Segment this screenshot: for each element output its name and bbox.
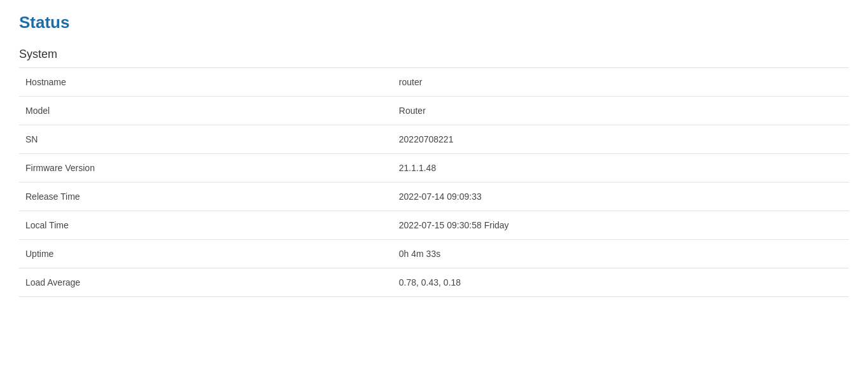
table-row: SN20220708221 (19, 125, 849, 154)
table-row: Load Average0.78, 0.43, 0.18 (19, 268, 849, 297)
table-row: Local Time2022-07-15 09:30:58 Friday (19, 211, 849, 240)
row-value: 0h 4m 33s (393, 240, 849, 268)
row-label: Load Average (19, 268, 393, 297)
row-label: Hostname (19, 68, 393, 97)
table-row: Hostnamerouter (19, 68, 849, 97)
system-section-title: System (19, 48, 849, 61)
row-value: router (393, 68, 849, 97)
row-value: 20220708221 (393, 125, 849, 154)
row-value: 0.78, 0.43, 0.18 (393, 268, 849, 297)
row-label: Firmware Version (19, 154, 393, 183)
table-row: Uptime0h 4m 33s (19, 240, 849, 268)
row-label: SN (19, 125, 393, 154)
row-value: 21.1.1.48 (393, 154, 849, 183)
page-title: Status (19, 13, 849, 32)
row-label: Model (19, 97, 393, 125)
table-row: ModelRouter (19, 97, 849, 125)
table-row: Firmware Version21.1.1.48 (19, 154, 849, 183)
row-label: Uptime (19, 240, 393, 268)
row-value: 2022-07-15 09:30:58 Friday (393, 211, 849, 240)
system-info-table: HostnamerouterModelRouterSN20220708221Fi… (19, 67, 849, 297)
row-value: Router (393, 97, 849, 125)
table-row: Release Time2022-07-14 09:09:33 (19, 183, 849, 211)
row-label: Release Time (19, 183, 393, 211)
row-label: Local Time (19, 211, 393, 240)
row-value: 2022-07-14 09:09:33 (393, 183, 849, 211)
